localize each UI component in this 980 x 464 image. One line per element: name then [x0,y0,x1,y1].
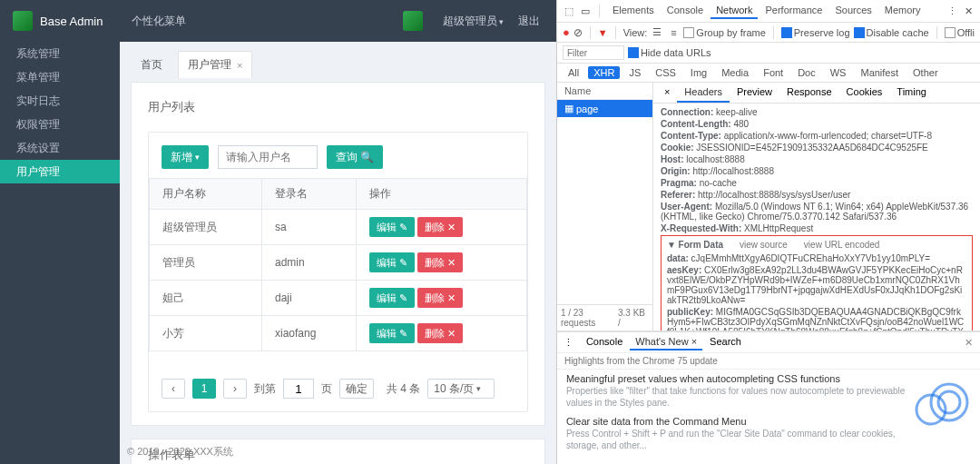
logout-link[interactable]: 退出 [518,14,540,29]
sidebar-item[interactable]: 系统设置 [0,136,120,160]
avatar [403,11,423,31]
copyright: © 2019 - 2020 XXX系统 [127,445,233,459]
user-table: 用户名称登录名操作 超级管理员sa编辑 ✎删除 ✕管理员admin编辑 ✎删除 … [149,178,527,351]
group-by-frame-check[interactable]: Group by frame [683,27,765,38]
request-subtab[interactable]: Headers [677,83,730,103]
filter-type[interactable]: Doc [792,66,821,79]
record-icon[interactable]: ● [563,25,570,39]
delete-button[interactable]: 删除 ✕ [417,323,463,343]
view-url-encoded-link[interactable]: view URL encoded [804,240,880,250]
request-subtab[interactable]: Cookies [839,83,890,103]
panel-title: 用户列表 [148,99,528,115]
clear-icon[interactable]: ⊘ [573,26,583,39]
highlights-bar: Highlights from the Chrome 75 update [557,353,980,370]
table-row: 妲己daji编辑 ✎删除 ✕ [150,281,527,316]
devtools: ⬚ ▭ ElementsConsoleNetworkPerformanceSou… [556,0,980,464]
filter-type[interactable]: Media [716,66,754,79]
offline-check[interactable]: Offli [945,27,975,38]
filter-type[interactable]: XHR [588,66,620,79]
logo-icon [13,11,33,31]
svg-point-1 [938,391,960,413]
inspect-icon[interactable]: ⬚ [563,5,575,17]
filter-type[interactable]: Other [907,66,944,79]
devtools-tab[interactable]: Console [662,3,709,19]
drawer-menu-icon[interactable]: ⋮ [563,336,575,349]
delete-button[interactable]: 删除 ✕ [417,217,463,237]
pagination: ‹ 1 › 到第 页 确定 共 4 条 10 条/页▾ [149,351,527,411]
svg-point-0 [931,384,967,420]
more-icon[interactable]: ⋮ [946,5,958,17]
devtools-tab[interactable]: Memory [879,3,926,19]
page-number[interactable]: 1 [192,379,216,399]
filter-type[interactable]: WS [825,66,852,79]
filter-icon[interactable]: ▼ [598,27,608,38]
close-request-icon[interactable]: × [659,83,675,103]
disable-cache-check[interactable]: Disable cache [854,27,929,38]
request-subtab[interactable]: Response [779,83,839,103]
filter-type[interactable]: Img [685,66,712,79]
page-goto-input[interactable] [283,379,314,399]
devtools-tab[interactable]: Network [710,3,758,19]
close-devtools-icon[interactable]: ✕ [962,5,975,17]
filter-type[interactable]: All [563,66,584,79]
user-panel: 用户列表 新增▾ 查询🔍 用户名称登录名操作 超级管理员sa编辑 ✎删除 ✕管理… [131,82,545,426]
user-role[interactable]: 超级管理员▾ [443,14,504,29]
sidebar-item[interactable]: 系统管理 [0,42,120,65]
personal-menu[interactable]: 个性化菜单 [132,14,186,29]
drawer-tab[interactable]: Search [704,334,747,350]
delete-button[interactable]: 删除 ✕ [417,252,463,272]
filter-type[interactable]: Manifest [855,66,904,79]
decorative-ring-icon [913,373,971,431]
device-icon[interactable]: ▭ [579,5,592,17]
name-column-head[interactable]: Name [557,83,652,100]
view-large-icon[interactable]: ☰ [651,26,663,39]
drawer-close-icon[interactable]: ✕ [965,337,973,349]
filter-type[interactable]: CSS [650,66,681,79]
filter-type[interactable]: JS [623,66,646,79]
tab[interactable]: 用户管理× [178,51,252,78]
search-button[interactable]: 查询🔍 [327,145,383,169]
edit-button[interactable]: 编辑 ✎ [369,217,415,237]
table-row: 管理员admin编辑 ✎删除 ✕ [150,245,527,281]
tabs: 首页用户管理× [131,51,545,78]
delete-button[interactable]: 删除 ✕ [417,288,463,308]
request-subtab[interactable]: Timing [889,83,934,103]
devtools-tab[interactable]: Performance [760,3,828,19]
table-row: 小芳xiaofang编辑 ✎删除 ✕ [150,316,527,351]
network-filter-input[interactable] [563,45,624,60]
drawer-tab[interactable]: What's New × [630,334,702,350]
devtools-tab[interactable]: Elements [607,3,660,19]
page-size-select[interactable]: 10 条/页▾ [427,379,495,399]
tab[interactable]: 首页 [131,51,172,78]
edit-button[interactable]: 编辑 ✎ [369,288,415,308]
sidebar-item[interactable]: 菜单管理 [0,65,120,89]
sidebar-item[interactable]: 用户管理 [0,160,120,183]
edit-button[interactable]: 编辑 ✎ [369,323,415,343]
request-subtab[interactable]: Preview [730,83,779,103]
view-source-link[interactable]: view source [740,240,788,250]
page-next[interactable]: › [223,379,247,399]
add-button[interactable]: 新增▾ [162,145,209,169]
drawer-tab[interactable]: Console [581,334,628,350]
page-prev[interactable]: ‹ [162,379,185,399]
status-bar: 1 / 23 requests3.3 KB / [557,304,652,331]
hide-data-urls-check[interactable]: Hide data URLs [628,47,711,58]
close-icon[interactable]: × [237,60,242,71]
sidebar: 系统管理菜单管理实时日志权限管理系统设置用户管理 [0,42,120,464]
table-row: 超级管理员sa编辑 ✎删除 ✕ [150,210,527,245]
view-small-icon[interactable]: ≡ [667,26,680,39]
filter-type[interactable]: Font [758,66,789,79]
edit-button[interactable]: 编辑 ✎ [369,252,415,272]
sidebar-item[interactable]: 实时日志 [0,89,120,113]
search-input[interactable] [218,145,318,169]
brand-title: Base Admin [40,15,103,28]
page-confirm[interactable]: 确定 [339,379,374,399]
form-data-section: ▼ Form Data view source view URL encoded… [661,235,973,331]
devtools-tab[interactable]: Sources [829,3,877,19]
preserve-log-check[interactable]: Preserve log [781,27,850,38]
sidebar-item[interactable]: 权限管理 [0,113,120,136]
request-row[interactable]: ▦page [557,100,652,117]
